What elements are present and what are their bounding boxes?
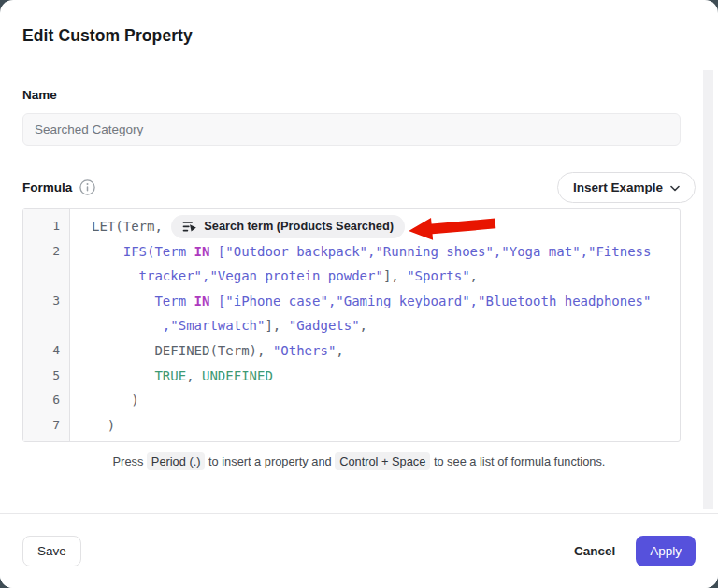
code-line: 4 DEFINED(Term), "Others", (23, 338, 680, 364)
hint-text: to see a list of formula functions. (430, 454, 605, 468)
code-line: 2 IFS(Term IN ["Outdoor backpack","Runni… (23, 239, 680, 265)
editor-hint: Press Period (.) to insert a property an… (22, 454, 696, 468)
apply-button[interactable]: Apply (636, 536, 696, 566)
property-chip-label: Search term (Products Searched) (204, 214, 394, 239)
modal-content: Name Formula Insert Example (0, 88, 718, 468)
code-line: 5 TRUE, UNDEFINED (23, 364, 680, 389)
code-line: 6 ) (23, 388, 680, 413)
list-cursor-icon (182, 220, 197, 234)
code-text: ) (70, 413, 115, 438)
chevron-down-icon (670, 185, 680, 192)
line-number (23, 313, 70, 338)
insert-example-label: Insert Example (573, 180, 663, 194)
code-text: DEFINED(Term), "Others", (70, 338, 344, 364)
hint-text: to insert a property and (205, 454, 335, 468)
code-text: Term IN ["iPhone case","Gaming keyboard"… (70, 289, 651, 314)
code-line: 3 Term IN ["iPhone case","Gaming keyboar… (23, 289, 680, 314)
save-button[interactable]: Save (22, 536, 81, 566)
name-label: Name (22, 88, 696, 102)
line-number: 1 (23, 214, 70, 239)
property-chip[interactable]: Search term (Products Searched) (171, 215, 405, 238)
cancel-button[interactable]: Cancel (574, 536, 615, 566)
code-line: ,"Smartwatch"], "Gadgets", (23, 313, 680, 338)
info-icon[interactable] (79, 179, 95, 195)
code-text: IFS(Term IN ["Outdoor backpack","Running… (70, 239, 651, 265)
line-number: 3 (23, 289, 70, 314)
modal-footer: Save Cancel Apply (0, 513, 718, 588)
line-number: 5 (23, 364, 70, 389)
kbd-period: Period (.) (147, 452, 206, 470)
kbd-control-space: Control + Space (335, 452, 430, 470)
hint-text: Press (113, 454, 147, 468)
formula-toolbar: Formula Insert Example (22, 172, 696, 203)
line-number (23, 264, 70, 289)
formula-label: Formula (22, 180, 72, 194)
edit-custom-property-modal: Edit Custom Property Name Formula Insert… (0, 0, 718, 588)
code-text: ) (70, 388, 139, 413)
code-text: tracker","Vegan protein powder"], "Sport… (70, 264, 478, 289)
name-input[interactable] (22, 113, 681, 146)
code-line: tracker","Vegan protein powder"], "Sport… (23, 264, 680, 289)
line-number: 7 (23, 413, 70, 438)
code-line: 1LET(Term, Search term (Products Searche… (23, 214, 680, 239)
line-number: 4 (23, 338, 70, 364)
code-line: 7 ) (23, 413, 680, 438)
code-text: TRUE, UNDEFINED (70, 364, 273, 389)
insert-example-button[interactable]: Insert Example (557, 172, 696, 203)
modal-title: Edit Custom Property (0, 0, 718, 46)
code-text: ,"Smartwatch"], "Gadgets", (70, 313, 367, 338)
code-text: LET(Term, Search term (Products Searched… (70, 214, 422, 239)
formula-editor[interactable]: 1LET(Term, Search term (Products Searche… (22, 208, 681, 442)
line-number: 6 (23, 388, 70, 413)
scrollbar[interactable] (703, 70, 713, 509)
line-number: 2 (23, 239, 70, 265)
formula-code: 1LET(Term, Search term (Products Searche… (23, 209, 680, 437)
